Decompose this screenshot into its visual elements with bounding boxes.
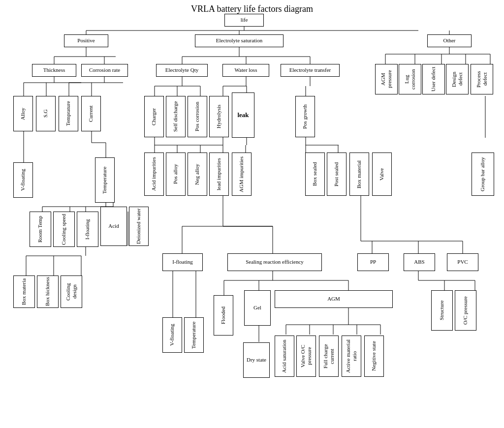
negative-state-box: Negitive state bbox=[364, 336, 384, 377]
leak-box: leak bbox=[232, 92, 254, 138]
corrosion-rate-box: Corrosion rate bbox=[81, 64, 128, 77]
neg-alloy-box: Neg alloy bbox=[188, 153, 207, 196]
diagram-title: VRLA battery life factors diagram bbox=[0, 0, 504, 14]
acid-impurities-box: Acid impurities bbox=[144, 153, 164, 196]
positive-box: Positive bbox=[64, 34, 108, 47]
water-loss-box: Water loss bbox=[222, 64, 269, 77]
post-sealed-box: Post sealed bbox=[327, 153, 346, 196]
design-defect-box: Design defect bbox=[446, 64, 469, 94]
box-hickness-box: Box hickness bbox=[37, 275, 59, 308]
oc-pressure-right-box: O/C pressure bbox=[455, 290, 476, 331]
alloy-box: Alloy bbox=[13, 96, 33, 131]
electrolyte-transfer-box: Electrolyte transfer bbox=[281, 64, 340, 77]
self-discharge-box: Self discharge bbox=[166, 96, 186, 137]
cooling-speed-box: Cooling speed bbox=[53, 212, 75, 247]
vfloating-agm-box: V-floating bbox=[162, 317, 182, 353]
pvc-box: PVC bbox=[447, 253, 478, 271]
other-box: Other bbox=[427, 34, 472, 47]
sealing-reaction-box: Sealing reaction efficiency bbox=[227, 253, 322, 271]
i-floating-left-box: I-floating bbox=[77, 212, 98, 247]
i-floating-main-box: I-floating bbox=[162, 253, 203, 271]
room-temp-box: Room Temp bbox=[30, 212, 51, 247]
structure-box: Structure bbox=[431, 290, 453, 331]
vfloating-box: V-floating bbox=[13, 162, 33, 198]
dry-state-box: Dry state bbox=[243, 342, 270, 378]
full-charge-current-box: Full charge current bbox=[319, 336, 339, 377]
pos-growth-box: Pos growth bbox=[295, 96, 315, 137]
electrolyte-sat-box: Electrolyte saturation bbox=[195, 34, 284, 47]
group-bar-alloy-box: Group bar alloy bbox=[472, 153, 494, 196]
flooded-box: Flooded bbox=[214, 295, 233, 336]
temperature-charger-box: Temperature bbox=[95, 157, 115, 203]
abs-box: ABS bbox=[404, 253, 435, 271]
lead-impurities-box: lead impurities bbox=[209, 153, 229, 196]
lug-corrosion-box: Lug corrosion bbox=[399, 64, 421, 94]
charger-box: Charger bbox=[144, 96, 164, 137]
box-material-box: Box material bbox=[349, 153, 369, 196]
valve-oc-pressure-box: Valve O/C pressure bbox=[296, 336, 316, 377]
cooling-design-box: Cooling design bbox=[61, 275, 82, 308]
agm-pressure-box: AGM pressure bbox=[375, 64, 398, 94]
deionized-water-box: Deionized water bbox=[129, 207, 149, 246]
box-materia-box: Box materia bbox=[13, 275, 35, 308]
valve-box: Valve bbox=[372, 153, 392, 196]
gel-box: Gel bbox=[244, 290, 271, 326]
box-sealed-box: Box sealed bbox=[305, 153, 325, 196]
pos-alloy-box: Pos alloy bbox=[166, 153, 186, 196]
life-box: life bbox=[224, 14, 264, 27]
thickness-box: Thickness bbox=[32, 64, 76, 77]
sg-box: S.G bbox=[36, 96, 56, 131]
pp-box: PP bbox=[357, 253, 389, 271]
temperature-pos-box: Temprature bbox=[59, 96, 78, 131]
current-box: Current bbox=[81, 96, 101, 131]
diagram-container: VRLA battery life factors diagram bbox=[0, 0, 504, 428]
hydrolysis-box: Hydrolysis bbox=[209, 96, 229, 137]
agm-impurities-box: AGM impurities bbox=[232, 153, 252, 196]
process-defect-box: Process defect bbox=[471, 64, 493, 94]
pos-corrosion-box: Pos corrosion bbox=[188, 96, 207, 137]
active-material-ratio-box: Active material ratio bbox=[342, 336, 361, 377]
agm-main-box: AGM bbox=[275, 290, 393, 308]
acid-box: Acid bbox=[100, 207, 127, 246]
temperature-agm-box: Temperature bbox=[184, 317, 204, 353]
electrolyte-qty-box: Electrolyte Qty bbox=[156, 64, 208, 77]
user-defect-box: User defect bbox=[422, 64, 445, 94]
acid-saturation-box: Acid saturation bbox=[275, 336, 294, 377]
